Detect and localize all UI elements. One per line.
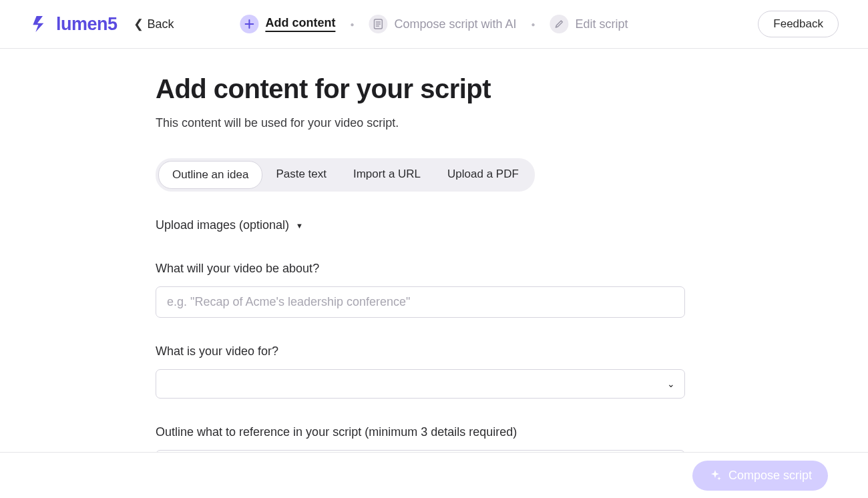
content-column: Add content for your script This content… — [156, 74, 703, 452]
tab-paste-text[interactable]: Paste text — [262, 161, 340, 189]
step-edit-script[interactable]: Edit script — [550, 15, 628, 33]
caret-down-icon: ▼ — [296, 222, 303, 230]
compose-script-button[interactable]: Compose script — [692, 461, 828, 491]
step-label: Add content — [265, 16, 335, 32]
step-compose-script[interactable]: Compose script with AI — [369, 15, 516, 33]
document-icon — [369, 15, 387, 33]
compose-script-label: Compose script — [728, 469, 812, 483]
logo-icon — [29, 13, 51, 35]
step-label: Compose script with AI — [394, 17, 516, 31]
page-title: Add content for your script — [156, 74, 703, 104]
upload-images-toggle[interactable]: Upload images (optional) ▼ — [156, 218, 703, 232]
tab-import-url[interactable]: Import a URL — [340, 161, 434, 189]
back-button[interactable]: ❮ Back — [134, 17, 174, 31]
footer-bar: Compose script — [0, 452, 868, 498]
step-add-content[interactable]: Add content — [240, 15, 335, 33]
video-about-label: What will your video be about? — [156, 262, 703, 276]
feedback-button[interactable]: Feedback — [758, 11, 839, 37]
tab-outline-idea[interactable]: Outline an idea — [158, 161, 262, 189]
field-video-about: What will your video be about? — [156, 262, 703, 318]
sparkle-icon — [708, 469, 722, 482]
page-subtitle: This content will be used for your video… — [156, 116, 703, 130]
main-scroll-area[interactable]: Add content for your script This content… — [0, 49, 868, 452]
content-source-tabs: Outline an idea Paste text Import a URL … — [156, 158, 535, 192]
tab-upload-pdf[interactable]: Upload a PDF — [434, 161, 532, 189]
field-outline-details: Outline what to reference in your script… — [156, 425, 703, 452]
video-purpose-label: What is your video for? — [156, 344, 703, 358]
back-label: Back — [148, 17, 174, 31]
step-nav: Add content ● Compose script with AI ● E… — [240, 15, 628, 33]
logo[interactable]: lumen5 — [29, 13, 118, 35]
pencil-icon — [550, 15, 569, 33]
chevron-down-icon: ⌄ — [667, 379, 675, 389]
video-about-input[interactable] — [156, 286, 685, 318]
video-purpose-select[interactable]: ⌄ — [156, 369, 685, 399]
top-bar: lumen5 ❮ Back Add content ● Compose scri… — [0, 0, 868, 49]
upload-images-label: Upload images (optional) — [156, 218, 289, 232]
separator-dot: ● — [531, 21, 535, 28]
outline-details-label: Outline what to reference in your script… — [156, 425, 703, 439]
logo-text: lumen5 — [56, 14, 118, 35]
plus-icon — [240, 15, 258, 33]
field-video-purpose: What is your video for? ⌄ — [156, 344, 703, 399]
step-label: Edit script — [576, 17, 628, 31]
chevron-left-icon: ❮ — [134, 17, 144, 31]
separator-dot: ● — [350, 21, 354, 28]
